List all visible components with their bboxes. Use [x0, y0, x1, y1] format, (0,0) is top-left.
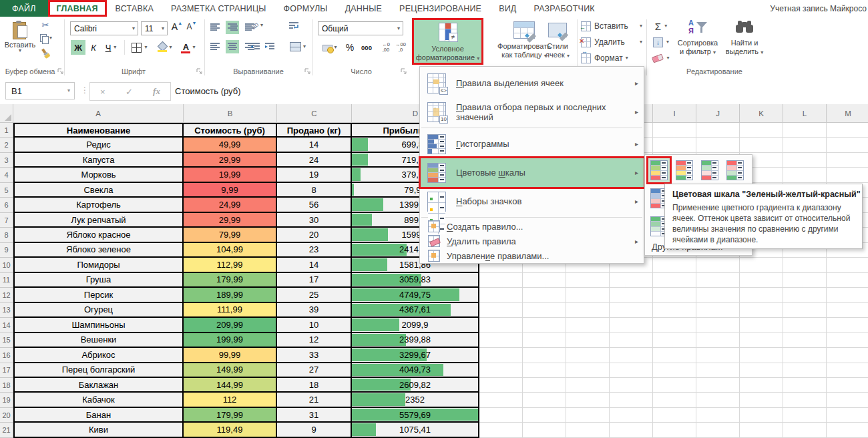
cell-sold[interactable]: 17 — [277, 273, 352, 288]
cell-name[interactable]: Шампиньоны — [13, 318, 184, 333]
row-header-2[interactable]: 2 — [0, 138, 13, 152]
menu-item-icon-sets[interactable]: Наборы значков▸ — [420, 187, 644, 216]
cell-price[interactable]: 49,99 — [184, 138, 277, 152]
menu-item-clear-rules[interactable]: Удалить правила▸ — [420, 234, 644, 248]
orientation-button[interactable]: ab▾ — [247, 19, 267, 32]
tab-главная[interactable]: ГЛАВНАЯ — [48, 0, 107, 17]
cell-price[interactable]: 99,99 — [184, 348, 277, 363]
cell-profit[interactable]: 2609,82 — [352, 378, 479, 393]
cell-profit[interactable]: 4749,75 — [352, 288, 479, 302]
grow-font-button[interactable]: А▲ — [170, 20, 184, 33]
cell-name[interactable]: Абрикос — [13, 348, 184, 363]
cell-sold[interactable]: 23 — [277, 243, 352, 258]
row-header-15[interactable]: 15 — [0, 333, 13, 348]
cell-profit[interactable]: 2352 — [352, 393, 479, 407]
column-header-L[interactable]: L — [783, 104, 827, 123]
increase-indent-button[interactable] — [263, 40, 276, 53]
number-dialog-launcher[interactable] — [401, 68, 407, 75]
cell-price[interactable]: 19,99 — [184, 168, 277, 182]
name-box-arrow[interactable]: ▾ — [67, 89, 70, 93]
cell-profit[interactable]: 3299,67 — [352, 348, 479, 363]
row-header-4[interactable]: 4 — [0, 168, 13, 182]
borders-button[interactable]: ▾ — [129, 40, 150, 55]
cell-name[interactable]: Огурец — [13, 303, 184, 318]
tab-вид[interactable]: ВИД — [490, 0, 525, 17]
clipboard-dialog-launcher[interactable] — [57, 68, 64, 75]
bold-button[interactable]: Ж — [71, 40, 85, 55]
tab-вставка[interactable]: ВСТАВКА — [107, 0, 162, 17]
cell-profit[interactable]: 4049,73 — [352, 363, 479, 378]
paste-button[interactable]: Вставить ▾ — [5, 19, 35, 63]
row-header-20[interactable]: 20 — [0, 408, 13, 423]
cell-price[interactable]: 179,99 — [184, 408, 277, 423]
cell-name[interactable]: Картофель — [13, 198, 184, 212]
column-header-I[interactable]: I — [653, 104, 696, 123]
conditional-formatting-button[interactable]: ≠ Условное форматирование ▾ — [412, 18, 483, 65]
enter-icon[interactable]: ✓ — [126, 87, 133, 97]
cell-name[interactable]: Редис — [13, 138, 184, 152]
comma-style-button[interactable]: 000 — [358, 40, 375, 55]
menu-item-data-bars[interactable]: Гистограммы▸ — [420, 130, 644, 158]
font-color-button[interactable]: А ▾ — [178, 40, 199, 55]
cell-price[interactable]: 29,99 — [184, 213, 277, 228]
row-header-7[interactable]: 7 — [0, 213, 13, 228]
menu-item-new-rule[interactable]: Создать правило... — [420, 219, 644, 234]
empty-cells[interactable] — [479, 393, 868, 407]
find-select-button[interactable]: Найти и выделить ▾ — [724, 19, 765, 61]
row-header-6[interactable]: 6 — [0, 198, 13, 212]
column-header-B[interactable]: B — [184, 104, 277, 123]
cell-name[interactable]: Кабачок — [13, 393, 184, 407]
merge-center-button[interactable]: ▾ — [286, 40, 310, 53]
fill-button[interactable]: ↓▾ — [650, 35, 672, 49]
cell-price[interactable]: 112,99 — [184, 258, 277, 272]
menu-item-highlight-cells-rules[interactable]: ≤>Правила выделения ячеек▸ — [420, 69, 644, 97]
header-cell-a[interactable]: Наименование — [13, 123, 184, 138]
cell-name[interactable]: Киви — [13, 423, 184, 437]
row-header-19[interactable]: 19 — [0, 393, 13, 407]
select-all-corner[interactable] — [0, 104, 13, 123]
cell-profit[interactable]: 4367,61 — [352, 303, 479, 318]
column-header-C[interactable]: C — [277, 104, 352, 123]
font-dialog-launcher[interactable] — [196, 68, 203, 75]
cell-name[interactable]: Морковь — [13, 168, 184, 182]
row-header-8[interactable]: 8 — [0, 228, 13, 242]
decrease-indent-button[interactable] — [248, 40, 262, 53]
cell-profit[interactable]: 5579,69 — [352, 408, 479, 423]
align-left-button[interactable] — [208, 40, 222, 53]
cell-name[interactable]: Свекла — [13, 183, 184, 198]
menu-item-color-scales[interactable]: Цветовые шкалы▸ — [420, 158, 644, 187]
row-header-10[interactable]: 10 — [0, 258, 13, 272]
column-header-J[interactable]: J — [696, 104, 740, 123]
row-header-18[interactable]: 18 — [0, 378, 13, 393]
color-scale-option-rwg[interactable] — [724, 158, 746, 183]
cell-sold[interactable]: 10 — [277, 318, 352, 333]
format-cells-button[interactable]: ↔ Формат▾ — [581, 51, 644, 65]
cell-price[interactable]: 149,99 — [184, 363, 277, 378]
cell-name[interactable]: Яблоко зеленое — [13, 243, 184, 258]
cell-sold[interactable]: 25 — [277, 288, 352, 302]
tab-разметка страницы[interactable]: РАЗМЕТКА СТРАНИЦЫ — [162, 0, 275, 17]
column-header-M[interactable]: M — [827, 104, 868, 123]
row-header-17[interactable]: 17 — [0, 363, 13, 378]
cell-name[interactable]: Капуста — [13, 153, 184, 168]
cell-name[interactable]: Банан — [13, 408, 184, 423]
empty-cells[interactable] — [479, 273, 868, 288]
cell-price[interactable]: 209,99 — [184, 318, 277, 333]
cell-price[interactable]: 189,99 — [184, 288, 277, 302]
cell-sold[interactable]: 12 — [277, 333, 352, 348]
column-header-A[interactable]: A — [13, 104, 184, 123]
cell-sold[interactable]: 20 — [277, 228, 352, 242]
tab-файл[interactable]: ФАЙЛ — [0, 0, 48, 17]
cell-name[interactable]: Вешенки — [13, 333, 184, 348]
align-middle-button[interactable] — [226, 21, 239, 34]
accounting-format-button[interactable]: ▾ — [319, 40, 341, 55]
color-scale-option-ryg[interactable] — [673, 158, 696, 183]
cell-price[interactable]: 24,99 — [184, 198, 277, 212]
number-format-combo[interactable]: Общий▾ — [318, 21, 403, 35]
cell-price[interactable]: 79,99 — [184, 228, 277, 242]
insert-function-icon[interactable]: fx — [153, 86, 160, 97]
delete-cells-button[interactable]: ✕ Удалить▾ — [581, 35, 644, 49]
wrap-text-button[interactable] — [286, 19, 302, 32]
cell-sold[interactable]: 56 — [277, 198, 352, 212]
shrink-font-button[interactable]: А▼ — [185, 20, 198, 33]
